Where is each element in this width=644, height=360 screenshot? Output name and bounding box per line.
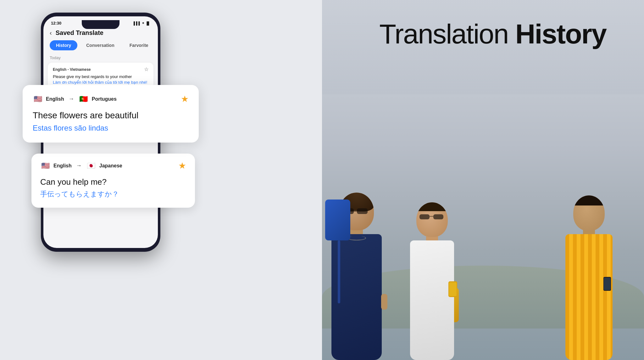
lang-row-1: 🇺🇸 English → 🇵🇹 Portugues ★	[33, 94, 189, 104]
torso-left	[331, 234, 382, 360]
translated-text-1: Estas flores são lindas	[33, 124, 189, 132]
arrow-1: →	[69, 96, 74, 102]
flag-japanese: 🇯🇵	[86, 161, 96, 171]
battery-icon: ▐▌	[145, 21, 150, 25]
original-text-2: Can you help me?	[40, 177, 186, 187]
star-card-2[interactable]: ★	[178, 160, 186, 171]
tab-conversation[interactable]: Conversation	[80, 40, 120, 50]
bg-right	[322, 0, 644, 360]
original-text-1: These flowers are beautiful	[33, 110, 189, 121]
page-title: Translation History	[379, 19, 606, 49]
head-center	[416, 202, 448, 237]
backpack-strap	[338, 240, 340, 303]
phone-header-title: Saved Translate	[56, 29, 103, 37]
glasses-bridge-left	[354, 210, 357, 211]
backpack	[325, 200, 350, 240]
star-outline-3[interactable]: ☆	[144, 66, 148, 72]
arrow-2: →	[76, 162, 82, 169]
lang-pair-small: English - Vietnamese	[53, 67, 91, 72]
translated-small-3: Làm ơn chuyển lời hỏi thăm của tôi tới m…	[53, 80, 148, 85]
phone-right-hand	[603, 277, 611, 291]
today-label: Today	[43, 55, 158, 63]
glasses-left-r	[357, 208, 368, 214]
wifi-icon: ⌖	[142, 21, 144, 25]
lang-name-english-2: English	[53, 163, 72, 169]
flag-english-1: 🇺🇸	[33, 94, 43, 104]
lang-name-japanese: Japanese	[99, 163, 122, 169]
person-right	[565, 195, 613, 360]
lang-name-portugues: Portugues	[92, 96, 117, 102]
signal-icon: ▌▌▌	[134, 21, 141, 25]
arm-right-left-person	[381, 294, 387, 310]
phone-screen-center	[449, 282, 457, 296]
title-bold: History	[515, 18, 606, 49]
translation-card-1: 🇺🇸 English → 🇵🇹 Portugues ★ These flower…	[23, 85, 199, 143]
status-icons: ▌▌▌ ⌖ ▐▌	[134, 21, 150, 25]
hair-center	[416, 202, 448, 211]
phone-notch	[82, 20, 119, 29]
original-small-3: Please give my best regards to your moth…	[53, 74, 148, 79]
flag-english-2: 🇺🇸	[40, 161, 50, 171]
glasses-c-l	[419, 214, 430, 219]
phone-center-hand	[448, 281, 457, 297]
phone-tabs: History Conversation Farvorite	[43, 40, 158, 55]
lang-row-small-3: English - Vietnamese ☆	[53, 66, 148, 72]
tab-farvorite[interactable]: Farvorite	[123, 40, 155, 50]
phone-card-small-3: English - Vietnamese ☆ Please give my be…	[48, 63, 153, 88]
translated-text-2: 手伝ってもらえますか？	[40, 189, 186, 199]
star-card-1[interactable]: ★	[181, 94, 189, 104]
glasses-c-r	[433, 214, 443, 219]
lang-name-english-1: English	[46, 96, 64, 102]
flag-portugues: 🇵🇹	[79, 94, 89, 104]
torso-center	[410, 240, 454, 360]
status-time: 12:30	[51, 21, 61, 25]
tab-history[interactable]: History	[50, 40, 77, 50]
glasses-bridge-c	[430, 216, 433, 217]
person-center	[410, 202, 454, 360]
translation-card-2: 🇺🇸 English → 🇯🇵 Japanese ★ Can you help …	[31, 154, 195, 208]
head-right	[573, 195, 605, 231]
title-regular: Translation	[379, 18, 515, 49]
torso-right	[565, 234, 613, 360]
back-button[interactable]: ‹	[50, 29, 52, 37]
hair-right	[573, 195, 605, 205]
phone-screen-right	[604, 278, 611, 290]
lang-row-2: 🇺🇸 English → 🇯🇵 Japanese ★	[40, 160, 186, 171]
